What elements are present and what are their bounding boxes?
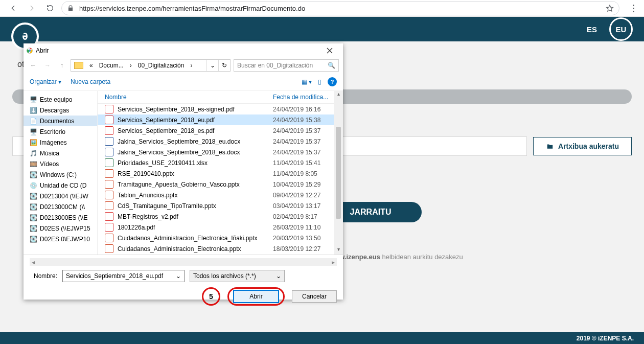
callout-5: 5 (202, 287, 220, 306)
pdf-icon (105, 116, 113, 124)
nav-item[interactable]: 💽D0213000CM (\\ (24, 201, 97, 212)
nav-icon: 💽 (30, 236, 37, 243)
col-date[interactable]: Fecha de modifica... (271, 94, 334, 101)
file-row[interactable]: Servicios_Septiembre_2018_es.pdf24/04/20… (98, 125, 334, 136)
organize-menu[interactable]: Organizar ▾ (30, 78, 61, 85)
filename-field[interactable]: Servicios_Septiembre_2018_eu.pdf⌄ (62, 270, 185, 282)
dialog-title: Abrir (36, 47, 49, 54)
new-folder-button[interactable]: Nueva carpeta (71, 78, 110, 85)
nav-item[interactable]: 💽D0213004 (\\EJW (24, 191, 97, 201)
filename-label: Nombre: (30, 272, 57, 280)
pptx-icon (105, 234, 113, 242)
file-row[interactable]: Tablon_Anuncios.pptx09/04/2019 12:27 (98, 190, 334, 200)
pptx-icon (105, 169, 113, 178)
lock-icon (67, 5, 74, 12)
pdf-icon (105, 126, 113, 135)
nav-item[interactable]: 💽D0213000ES (\\E (24, 212, 97, 223)
pdf-icon (105, 212, 113, 221)
address-bar[interactable]: https://servicios.izenpe.com/herramienta… (61, 1, 619, 15)
docx-icon (105, 148, 113, 156)
cancel-button[interactable]: Cancelar (292, 290, 337, 303)
nav-item[interactable]: 💽D02ES (\\EJWP15 (24, 223, 97, 234)
nav-item[interactable]: 🎞️Vídeos (24, 158, 97, 169)
nav-icon: 💿 (30, 182, 37, 189)
nav-tree[interactable]: 🖥️Este equipo⬇️Descargas📄Documentos🖥️Esc… (24, 91, 98, 255)
file-row[interactable]: Prioridades_USE_20190411.xlsx11/04/2019 … (98, 157, 334, 168)
h-scrollbar[interactable]: ◂▸ (30, 258, 337, 266)
nav-item[interactable]: 💽Windows (C:) (24, 169, 97, 180)
nav-item[interactable]: 💿Unidad de CD (D (24, 180, 97, 191)
file-row[interactable]: CdS_Tramitagune_TipoTramite.pptx03/04/20… (98, 200, 334, 211)
nav-item[interactable]: ⬇️Descargas (24, 105, 97, 116)
file-row[interactable]: Servicios_Septiembre_2018_eu.pdf24/04/20… (98, 114, 334, 125)
open-file-dialog: Abrir ← → ↑ « Docum...› 00_Digitalizació… (24, 43, 343, 300)
folder-icon (74, 62, 83, 69)
help-icon[interactable]: ? (328, 77, 337, 86)
nav-icon: 💽 (30, 225, 37, 232)
pdf-icon (105, 223, 113, 232)
filter-field[interactable]: Todos los archivos (*.*)⌄ (190, 270, 285, 282)
breadcrumb[interactable]: « Docum...› 00_Digitalización› ⌄ ↻ (71, 59, 231, 72)
scrollbar[interactable]: ▴▾ (334, 91, 343, 255)
pptx-icon (105, 191, 113, 199)
file-row[interactable]: MBT-Registros_v2.pdf02/04/2019 8:17 (98, 211, 334, 222)
nav-item[interactable]: 📄Documentos (24, 116, 97, 126)
pptx-icon (105, 180, 113, 189)
nav-item[interactable]: 🖼️Imágenes (24, 137, 97, 148)
nav-icon: 🖥️ (30, 128, 37, 135)
forward-button[interactable] (25, 1, 39, 15)
lang-es[interactable]: ES (582, 19, 602, 39)
pptx-icon (105, 244, 113, 253)
pdf-icon (105, 105, 113, 113)
url-text: https://servicios.izenpe.com/herramienta… (79, 5, 305, 12)
file-row[interactable]: Tramitagune_Apuesta_Gobierno_Vasco.pptx1… (98, 179, 334, 190)
col-name[interactable]: Nombre (98, 94, 271, 101)
file-row[interactable]: Cuidadanos_Administracion_Electronica.pp… (98, 243, 334, 254)
nav-item[interactable]: 💽D02ES 0\EJWP10 (24, 234, 97, 244)
nav-fwd-icon[interactable]: → (42, 62, 53, 69)
choose-file-button[interactable]: Artxibua aukeratu (533, 137, 632, 155)
nav-item[interactable]: 🖥️Este equipo (24, 94, 97, 105)
nav-icon: 🎞️ (30, 160, 37, 168)
nav-icon: ⬇️ (30, 107, 37, 114)
open-button[interactable]: Abrir (233, 290, 279, 303)
view-icon[interactable]: ▦ ▾ (302, 78, 312, 85)
docx-icon (105, 137, 113, 146)
file-row[interactable]: Servicios_Septiembre_2018_es-signed.pdf2… (98, 104, 334, 114)
nav-icon: 💽 (30, 171, 37, 178)
chrome-icon (27, 48, 33, 54)
nav-icon: 💽 (30, 214, 37, 221)
search-icon: 🔍 (328, 62, 335, 69)
lang-eu[interactable]: EU (609, 17, 633, 41)
file-row[interactable]: 1801226a.pdf26/03/2019 11:10 (98, 222, 334, 233)
pptx-icon (105, 201, 113, 210)
nav-icon: 🎵 (30, 150, 37, 157)
preview-icon[interactable]: ▯ (318, 78, 321, 85)
callout-open: Abrir (227, 287, 285, 306)
nav-up-icon[interactable]: ↑ (56, 62, 67, 69)
copyright: 2019 © iZENPE S.A. (0, 332, 644, 344)
file-row[interactable]: Jakina_Servicios_Septiembre_2018_eu.docx… (98, 136, 334, 147)
back-button[interactable] (6, 1, 20, 15)
file-list[interactable]: Servicios_Septiembre_2018_es-signed.pdf2… (98, 104, 334, 255)
star-icon[interactable] (606, 4, 614, 12)
close-button[interactable] (319, 44, 340, 57)
nav-icon: 💽 (30, 203, 37, 211)
menu-icon[interactable] (629, 5, 638, 12)
nav-icon: 🖥️ (30, 96, 37, 103)
nav-icon: 📄 (30, 118, 37, 125)
file-row[interactable]: RSE_20190410.pptx11/04/2019 8:05 (98, 168, 334, 179)
xlsx-icon (105, 158, 113, 167)
nav-icon: 🖼️ (30, 139, 37, 146)
nav-item[interactable]: 🖥️Escritorio (24, 126, 97, 137)
nav-back-icon[interactable]: ← (28, 62, 39, 69)
folder-open-icon (546, 143, 554, 150)
file-row[interactable]: Cuidadanos_Administracion_Electronica_Iñ… (98, 233, 334, 243)
nav-icon: 💽 (30, 193, 37, 200)
nav-item[interactable]: 🎵Música (24, 148, 97, 158)
reload-button[interactable] (43, 1, 57, 15)
search-input[interactable]: Buscar en 00_Digitalización 🔍 (234, 59, 339, 72)
file-row[interactable]: Jakina_Servicios_Septiembre_2018_es.docx… (98, 147, 334, 157)
